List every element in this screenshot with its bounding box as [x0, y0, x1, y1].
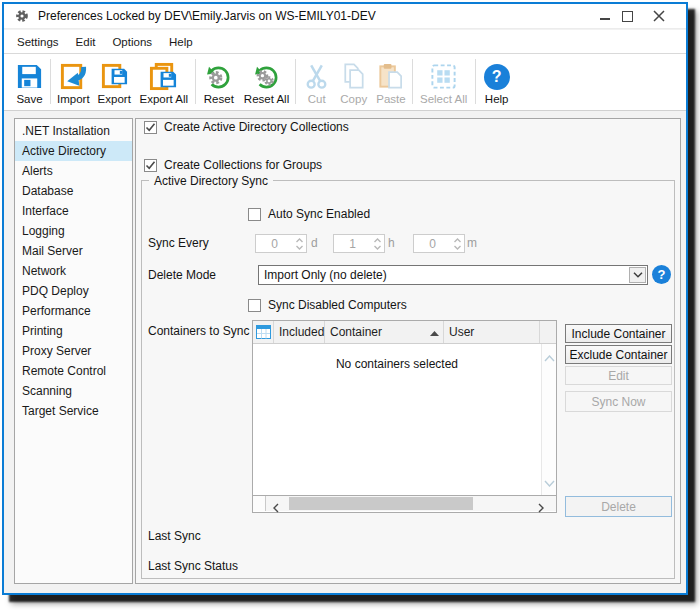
last-sync-status-label: Last Sync Status: [148, 559, 238, 573]
minimize-button[interactable]: [596, 4, 614, 28]
exclude-container-button[interactable]: Exclude Container: [565, 345, 672, 364]
sidebar-item-remote-control[interactable]: Remote Control: [15, 361, 132, 381]
stepper-arrows-icon: [371, 236, 384, 252]
stepper-arrows-icon: [451, 236, 464, 252]
toolbar-paste-label: Paste: [376, 92, 405, 106]
scroll-down-icon[interactable]: [544, 473, 555, 491]
scroll-up-icon[interactable]: [544, 348, 555, 366]
containers-table-header: Included Container User: [253, 321, 556, 344]
create-ad-collections-checkbox[interactable]: [144, 121, 157, 134]
days-unit-label: d: [311, 234, 318, 253]
menu-bar: Settings Edit Options Help: [4, 30, 686, 54]
copy-pages-icon: [339, 61, 368, 92]
sidebar-item-pdq-deploy[interactable]: PDQ Deploy: [15, 281, 132, 301]
cut-scissors-icon: [302, 61, 331, 92]
column-header-user[interactable]: User: [444, 321, 540, 343]
sidebar-item-interface[interactable]: Interface: [15, 201, 132, 221]
empty-table-message: No containers selected: [253, 357, 541, 371]
sync-days-stepper: 0: [255, 234, 307, 253]
export-all-icon: [148, 61, 179, 92]
app-gear-icon: [15, 9, 29, 23]
create-ad-collections-label: Create Active Directory Collections: [164, 120, 349, 134]
vertical-scrollbar[interactable]: [541, 344, 556, 495]
toolbar-separator: [475, 59, 476, 104]
toolbar-separator: [50, 59, 51, 104]
toolbar-reset-label: Reset: [204, 92, 234, 106]
help-question-icon: ?: [484, 61, 510, 92]
sidebar-item-active-directory[interactable]: Active Directory: [15, 141, 132, 161]
sidebar-item-target-service[interactable]: Target Service: [15, 401, 132, 421]
sort-ascending-icon: [430, 321, 439, 343]
auto-sync-checkbox[interactable]: [248, 208, 261, 221]
edit-button: Edit: [565, 366, 672, 385]
auto-sync-row: Auto Sync Enabled: [248, 207, 370, 221]
containers-table: Included Container User No containers se…: [252, 320, 557, 513]
toolbar-paste-button: Paste: [372, 59, 409, 110]
content-area: .NET Installation Active Directory Alert…: [4, 111, 686, 593]
toolbar-export-all-button[interactable]: Export All: [135, 59, 193, 110]
menu-edit[interactable]: Edit: [76, 36, 96, 48]
toolbar-cut-button: Cut: [298, 59, 335, 110]
toolbar-help-button[interactable]: ? Help: [478, 59, 516, 110]
scrollbar-thumb[interactable]: [289, 497, 473, 510]
sidebar-item-logging[interactable]: Logging: [15, 221, 132, 241]
sidebar-item-scanning[interactable]: Scanning: [15, 381, 132, 401]
menu-options[interactable]: Options: [112, 36, 152, 48]
delete-mode-help-icon[interactable]: ?: [652, 265, 671, 284]
window-title: Preferences Locked by DEV\Emily.Jarvis o…: [38, 4, 376, 29]
toolbar-separator: [412, 59, 413, 104]
toolbar-import-button[interactable]: Import: [53, 59, 94, 110]
chevron-down-icon[interactable]: [629, 267, 646, 283]
delete-mode-label: Delete Mode: [148, 268, 216, 282]
settings-category-list: .NET Installation Active Directory Alert…: [14, 118, 133, 584]
hours-unit-label: h: [388, 234, 395, 253]
scroll-left-icon[interactable]: [273, 499, 279, 517]
sidebar-item-proxy-server[interactable]: Proxy Server: [15, 341, 132, 361]
sidebar-item-alerts[interactable]: Alerts: [15, 161, 132, 181]
toolbar-copy-label: Copy: [340, 92, 367, 106]
toolbar-save-button[interactable]: Save: [11, 59, 48, 110]
menu-help[interactable]: Help: [169, 36, 193, 48]
delete-mode-select[interactable]: Import Only (no delete): [258, 265, 648, 285]
sidebar-item-network[interactable]: Network: [15, 261, 132, 281]
sidebar-item-net-installation[interactable]: .NET Installation: [15, 121, 132, 141]
sidebar-item-printing[interactable]: Printing: [15, 321, 132, 341]
sync-minutes-value: 0: [414, 237, 451, 251]
scroll-right-icon[interactable]: [538, 499, 544, 517]
preferences-window: Preferences Locked by DEV\Emily.Jarvis o…: [2, 2, 688, 595]
active-directory-sync-group: Active Directory Sync Auto Sync Enabled …: [141, 180, 675, 579]
sync-days-value: 0: [256, 237, 293, 251]
toolbar-reset-button[interactable]: Reset: [198, 59, 240, 110]
include-container-button[interactable]: Include Container: [565, 324, 672, 343]
stepper-arrows-icon: [293, 236, 306, 252]
menu-settings[interactable]: Settings: [17, 36, 59, 48]
sidebar-item-database[interactable]: Database: [15, 181, 132, 201]
export-icon: [100, 61, 129, 92]
sync-every-label: Sync Every: [148, 236, 209, 250]
sync-disabled-computers-checkbox[interactable]: [248, 299, 261, 312]
select-all-icon: [429, 61, 458, 92]
sidebar-item-mail-server[interactable]: Mail Server: [15, 241, 132, 261]
toolbar-copy-button: Copy: [335, 59, 372, 110]
containers-table-body: No containers selected: [253, 344, 556, 495]
minutes-unit-label: m: [467, 234, 477, 253]
toolbar-reset-all-button[interactable]: Reset All: [240, 59, 293, 110]
settings-panel: Create Active Directory Collections Crea…: [135, 118, 681, 584]
toolbar-separator: [195, 59, 196, 104]
toolbar-export-button[interactable]: Export: [94, 59, 135, 110]
column-header-container[interactable]: Container: [325, 321, 444, 343]
maximize-button[interactable]: [618, 4, 636, 28]
toolbar-select-all-label: Select All: [420, 92, 467, 106]
table-select-all-icon[interactable]: [253, 321, 274, 343]
toolbar-cut-label: Cut: [308, 92, 326, 106]
sync-disabled-row: Sync Disabled Computers: [248, 298, 407, 312]
sync-now-button: Sync Now: [565, 391, 672, 412]
toolbar-help-label: Help: [485, 92, 509, 106]
column-header-included[interactable]: Included: [274, 321, 325, 343]
close-button[interactable]: [650, 4, 668, 28]
delete-button: Delete: [565, 496, 672, 517]
create-group-collections-row: Create Collections for Groups: [144, 158, 322, 172]
create-group-collections-checkbox[interactable]: [144, 159, 157, 172]
horizontal-scrollbar[interactable]: [253, 495, 556, 511]
sidebar-item-performance[interactable]: Performance: [15, 301, 132, 321]
